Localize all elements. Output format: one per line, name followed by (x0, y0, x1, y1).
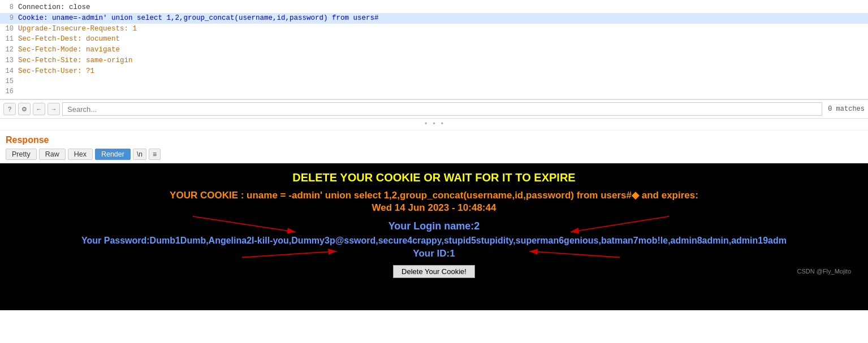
tab-hex[interactable]: Hex (68, 149, 93, 160)
render-login-name: Your Login name:2 (11, 220, 857, 232)
tab-menu[interactable]: ≡ (149, 149, 161, 160)
code-line-11: 11 Sec-Fetch-Dest: document (0, 34, 868, 45)
render-id-line: Your ID:1 (11, 248, 857, 259)
line-num-16: 16 (2, 86, 18, 97)
line-num-15: 15 (2, 76, 18, 86)
csdn-watermark: CSDN @Fly_Mojito (797, 268, 851, 275)
line-num-8: 8 (2, 2, 18, 13)
response-tabs: Pretty Raw Hex Render \n ≡ (0, 147, 868, 163)
code-line-15: 15 (0, 76, 868, 86)
code-line-8: 8 Connection: close (0, 2, 868, 13)
matches-count: 0 matches (824, 105, 865, 113)
line-content-13: Sec-Fetch-Site: same-origin (18, 55, 133, 66)
drag-handle[interactable]: • • • (0, 119, 868, 131)
tab-newline[interactable]: \n (133, 149, 146, 160)
line-content-12: Sec-Fetch-Mode: navigate (18, 45, 120, 55)
forward-button[interactable]: → (47, 103, 60, 115)
render-password-text: Your Password:Dumb1Dumb,Angelina2I-kill-… (81, 236, 787, 245)
response-section: Response Pretty Raw Hex Render \n ≡ DELE… (0, 131, 868, 310)
render-inner: DELETE YOUR COOKIE OR WAIT FOR IT TO EXP… (11, 171, 857, 278)
render-cookie-line: YOUR COOKIE : uname = -admin' union sele… (11, 189, 857, 202)
render-expire-line: Wed 14 Jun 2023 - 10:48:44 (11, 202, 857, 214)
line-num-13: 13 (2, 55, 18, 66)
line-num-9: 9 (2, 13, 18, 24)
tab-render[interactable]: Render (95, 149, 131, 160)
render-password-area: Your Password:Dumb1Dumb,Angelina2I-kill-… (11, 236, 857, 246)
delete-cookie-button[interactable]: Delete Your Cookie! (393, 265, 475, 278)
line-content-10: Upgrade-Insecure-Requests: 1 (18, 24, 137, 34)
code-line-12: 12 Sec-Fetch-Mode: navigate (0, 45, 868, 55)
code-line-13: 13 Sec-Fetch-Site: same-origin (0, 55, 868, 66)
search-bar: ? ⚙ ← → 0 matches (0, 99, 868, 119)
code-line-14: 14 Sec-Fetch-User: ?1 (0, 66, 868, 77)
line-content-9: Cookie: uname=-admin' union select 1,2,g… (18, 13, 379, 24)
code-line-16: 16 (0, 86, 868, 97)
back-button[interactable]: ← (33, 103, 45, 115)
settings-button[interactable]: ⚙ (18, 103, 31, 115)
render-delete-title: DELETE YOUR COOKIE OR WAIT FOR IT TO EXP… (11, 171, 857, 184)
tab-raw[interactable]: Raw (39, 149, 66, 160)
tab-pretty[interactable]: Pretty (6, 149, 37, 160)
help-button[interactable]: ? (3, 103, 16, 115)
line-content-11: Sec-Fetch-Dest: document (18, 34, 120, 45)
code-area: 8 Connection: close 9 Cookie: uname=-adm… (0, 0, 868, 99)
line-num-10: 10 (2, 24, 18, 34)
line-num-11: 11 (2, 34, 18, 45)
line-num-12: 12 (2, 45, 18, 55)
line-num-14: 14 (2, 66, 18, 77)
render-content: DELETE YOUR COOKIE OR WAIT FOR IT TO EXP… (0, 163, 868, 310)
search-input[interactable] (62, 102, 822, 116)
code-line-10: 10 Upgrade-Insecure-Requests: 1 (0, 24, 868, 34)
response-title: Response (0, 131, 868, 147)
line-content-8: Connection: close (18, 2, 90, 13)
code-line-9: 9 Cookie: uname=-admin' union select 1,2… (0, 13, 868, 24)
line-content-14: Sec-Fetch-User: ?1 (18, 66, 94, 77)
